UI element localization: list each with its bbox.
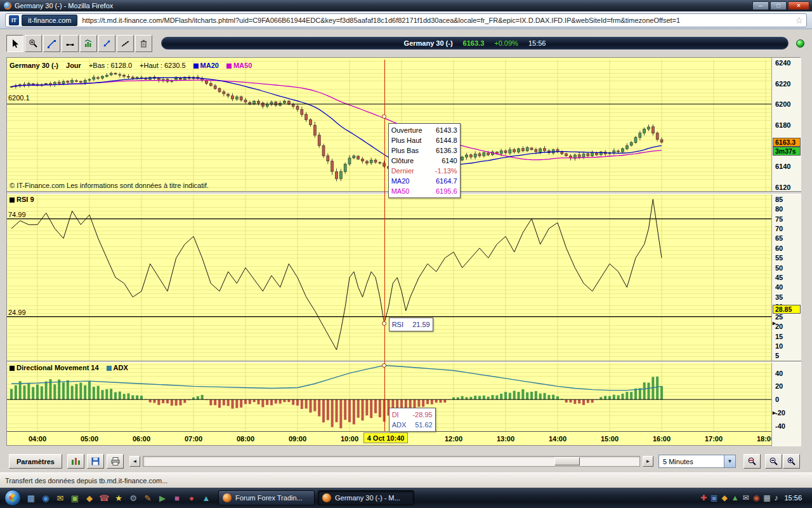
save-button[interactable] xyxy=(87,454,104,469)
tray-warning-icon[interactable]: ◆ xyxy=(721,493,727,502)
scroll-left-button[interactable]: ◄ xyxy=(129,456,140,467)
parameters-button[interactable]: Paramètres xyxy=(9,454,62,469)
indicator-chart-icon xyxy=(84,39,93,48)
site-favicon: IT xyxy=(9,15,19,25)
delete-tool-button[interactable] xyxy=(135,35,152,52)
chart-scrollbar-thumb[interactable] xyxy=(554,457,580,465)
mini-chart-icon xyxy=(71,457,81,466)
trend-line-tool-button[interactable] xyxy=(117,35,134,52)
indicator-tool-button[interactable] xyxy=(80,35,97,52)
tray-shield-icon[interactable]: ◉ xyxy=(753,493,759,502)
chart-legend: Germany 30 (-) Jour +Bas : 6128.0 +Haut … xyxy=(10,62,252,69)
bookmark-star-icon[interactable]: ☆ xyxy=(795,15,803,25)
quicklaunch-settings-icon[interactable]: ⚙ xyxy=(128,491,139,504)
rsi-axis-tick: 5 xyxy=(775,352,779,359)
rsi-high-level-label: 74.99 xyxy=(8,211,26,218)
time-axis-tick: 14:00 xyxy=(545,435,570,443)
quicklaunch-phone-icon[interactable]: ☎ xyxy=(98,491,110,504)
rsi-panel[interactable] xyxy=(7,194,771,361)
time-axis-tick: 15:00 xyxy=(597,435,622,443)
windows-logo-icon xyxy=(8,493,17,502)
tooltip-row: DI-28.95 xyxy=(392,410,433,420)
rsi-axis-tick: 45 xyxy=(775,274,783,281)
url-bar[interactable]: IT it-finance.com https://t.md.it-financ… xyxy=(5,13,807,27)
rsi-swatch-icon xyxy=(10,197,15,203)
tooltip-row: Dernier-1.13% xyxy=(391,166,457,176)
ohlc-tooltip: Ouverture6143.3Plus Haut6144.8Plus Bas61… xyxy=(388,123,461,198)
window-title: Germany 30 (-) - Mozilla Firefox xyxy=(15,2,113,10)
timeframe-select[interactable]: 5 Minutes ▼ xyxy=(658,455,736,468)
url-text[interactable]: https://t.md.it-finance.com/MDFlash/itch… xyxy=(82,17,792,24)
resize-tool-button[interactable] xyxy=(98,35,115,52)
time-axis-tick: 09:00 xyxy=(285,435,310,443)
price-axis-tick: 6120 xyxy=(775,184,790,191)
legend-session-low: +Bas : 6128.0 xyxy=(89,62,132,69)
price-axis-tick: 6180 xyxy=(775,121,790,129)
tray-volume-icon[interactable]: ♪ xyxy=(774,493,778,502)
pointer-tool-button[interactable] xyxy=(6,35,23,52)
chart-plot[interactable]: Germany 30 (-) Jour +Bas : 6128.0 +Haut … xyxy=(7,58,771,446)
status-text: Transfert des données depuis tb.md.it-fi… xyxy=(5,477,167,485)
tray-alert-icon[interactable]: ✚ xyxy=(700,493,707,502)
quicklaunch-record-icon[interactable]: ● xyxy=(186,491,197,504)
ma50-swatch-icon xyxy=(226,64,232,69)
legend-period: Jour xyxy=(66,62,81,69)
price-level-label: 6200.1 xyxy=(8,94,30,102)
start-button[interactable] xyxy=(4,490,21,506)
tray-message-icon[interactable]: ✉ xyxy=(743,493,749,502)
quicklaunch-app-icon[interactable]: ■ xyxy=(171,491,183,504)
close-button[interactable]: ✕ xyxy=(788,1,809,10)
quicklaunch-editor-icon[interactable]: ✎ xyxy=(142,491,154,504)
tooltip-row: ADX51.62 xyxy=(392,420,433,430)
price-axis-tick: 6140 xyxy=(775,163,790,170)
scroll-right-button[interactable]: ► xyxy=(643,456,653,467)
tray-chart-icon[interactable]: ▲ xyxy=(731,493,739,502)
rsi-legend: RSI 9 xyxy=(10,196,34,203)
site-identity-button[interactable]: it-finance.com xyxy=(22,15,77,26)
quicklaunch-favorites-icon[interactable]: ★ xyxy=(113,491,124,504)
quicklaunch-mail-icon[interactable]: ✉ xyxy=(55,491,66,504)
rsi-axis-tick: 10 xyxy=(775,342,783,350)
zoom-out-icon xyxy=(769,457,779,466)
export-chart-button[interactable] xyxy=(67,454,84,469)
taskbar-task-forum[interactable]: Forum Forex Tradin... xyxy=(218,490,315,505)
close-icon: ✕ xyxy=(796,3,801,9)
rsi-axis-arrow-icon: ► xyxy=(771,320,777,326)
tray-app-icon[interactable]: ▣ xyxy=(710,493,717,502)
tooltip-row: Plus Bas6136.3 xyxy=(391,145,457,156)
quicklaunch-desktop-icon[interactable]: ▦ xyxy=(25,491,37,504)
floppy-disk-icon xyxy=(91,457,100,466)
quicklaunch-media-icon[interactable]: ◆ xyxy=(84,491,95,504)
legend-ma50: MA50 xyxy=(226,62,252,69)
tray-icons: ✚▣◆▲✉◉▦♪ xyxy=(700,493,778,502)
print-button[interactable] xyxy=(107,454,124,469)
tray-network-icon[interactable]: ▦ xyxy=(763,493,770,502)
quicklaunch-folder-icon[interactable]: ▣ xyxy=(69,491,81,504)
quick-launch-bar: ▦◉✉▣◆☎★⚙✎▶■●▲ xyxy=(25,491,212,504)
quicklaunch-tool-icon[interactable]: ▲ xyxy=(200,491,212,504)
adx-swatch-icon xyxy=(107,366,112,371)
time-axis-tick: 04:00 xyxy=(25,435,50,443)
tooltip-row: MA506195.6 xyxy=(391,186,457,196)
time-axis-tick: 10:00 xyxy=(337,435,362,443)
instrument-name: Germany 30 (-) xyxy=(404,39,453,47)
magnifier-icon xyxy=(29,39,38,48)
chart-scrollbar[interactable] xyxy=(143,456,640,467)
zoom-in-button[interactable] xyxy=(783,454,800,469)
quote-bar: Germany 30 (-) 6163.3 +0.09% 15:56 xyxy=(161,37,789,50)
minimize-button[interactable]: ─ xyxy=(752,1,769,10)
dropdown-arrow-icon[interactable]: ▼ xyxy=(724,455,735,467)
zoom-out-button[interactable] xyxy=(765,454,782,469)
horizontal-line-tool-button[interactable] xyxy=(62,35,79,52)
restore-button[interactable]: □ xyxy=(770,1,787,10)
zoom-tool-button[interactable] xyxy=(25,35,42,52)
zoom-fit-button[interactable] xyxy=(743,454,761,469)
time-axis-tick: 05:00 xyxy=(77,435,102,443)
chart-area: Germany 30 (-) Jour +Bas : 6128.0 +Haut … xyxy=(6,57,801,446)
time-axis-tick: 13:00 xyxy=(493,435,518,443)
line-tool-button[interactable] xyxy=(43,35,60,52)
quicklaunch-player-icon[interactable]: ▶ xyxy=(157,491,168,504)
quicklaunch-browser-icon[interactable]: ◉ xyxy=(40,491,51,504)
taskbar-task-germany30[interactable]: Germany 30 (-) - M... xyxy=(318,490,414,505)
dm-swatch-icon xyxy=(10,366,15,371)
